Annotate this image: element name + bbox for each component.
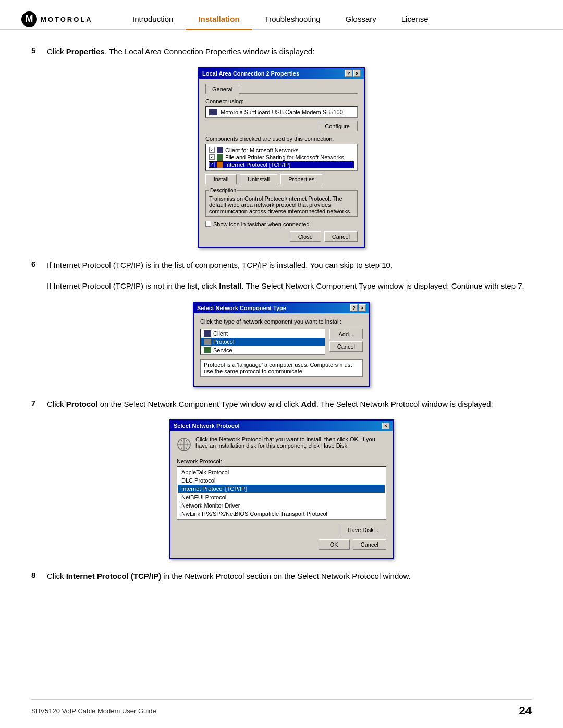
footer-page-number: 24 — [519, 704, 532, 718]
snc-body: Click the type of network component you … — [194, 313, 369, 386]
main-content: 5 Click Properties. The Local Area Conne… — [0, 30, 563, 613]
snc-add-button[interactable]: Add... — [329, 329, 363, 339]
components-label: Components checked are used by this conn… — [205, 135, 358, 142]
step-6b-block: If Internet Protocol (TCP/IP) is not in … — [47, 280, 532, 292]
snp-nwlink[interactable]: NwLink IPX/SPX/NetBIOS Compatible Transp… — [178, 510, 385, 518]
component-checkbox-0[interactable]: ✓ — [209, 147, 215, 153]
component-icon-1 — [217, 154, 223, 161]
install-button[interactable]: Install — [205, 174, 237, 184]
description-text: Transmission Control Protocol/Internet P… — [209, 195, 351, 214]
dialog-titlebar: Local Area Connection 2 Properties ? × — [199, 68, 364, 79]
step-8-number: 8 — [31, 571, 42, 579]
minimize-button[interactable]: ? — [345, 70, 352, 77]
snc-instruction: Click the type of network component you … — [200, 318, 363, 325]
close-button[interactable]: × — [353, 70, 361, 77]
snp-protocol-label: Network Protocol: — [177, 458, 386, 464]
description-label: Description — [209, 188, 237, 193]
step-5: 5 Click Properties. The Local Area Conne… — [31, 46, 532, 58]
component-icon-0 — [217, 147, 223, 153]
snc-item-protocol[interactable]: Protocol — [201, 338, 325, 346]
tab-installation[interactable]: Installation — [186, 9, 252, 30]
snp-protocol-list: AppleTalk Protocol DLC Protocol Internet… — [177, 466, 386, 520]
snc-main-row: Client Protocol Service — [200, 329, 363, 359]
snp-have-disk-button[interactable]: Have Disk... — [340, 525, 386, 535]
snp-titlebar: Select Network Protocol × — [170, 421, 393, 431]
screenshot-local-area-connection: Local Area Connection 2 Properties ? × G… — [31, 67, 532, 248]
snc-close-btn[interactable]: × — [359, 304, 366, 311]
snc-help-btn[interactable]: ? — [350, 304, 358, 311]
taskbar-checkbox-row: Show icon in taskbar when connected — [205, 221, 358, 227]
logo-text: MOTOROLA — [41, 16, 93, 23]
step-5-text: Click Properties. The Local Area Connect… — [47, 46, 314, 58]
network-icon — [177, 437, 191, 452]
device-name: Motorola SurfBoard USB Cable Modem SB510… — [221, 109, 343, 115]
snp-cancel-button[interactable]: Cancel — [353, 539, 386, 550]
snp-netbeui[interactable]: NetBEUI Protocol — [178, 493, 385, 501]
snc-titlebar: Select Network Component Type ? × — [194, 303, 369, 313]
bottom-buttons: Install Uninstall Properties — [205, 174, 358, 184]
uninstall-button[interactable]: Uninstall — [240, 174, 277, 184]
snp-titlebar-buttons: × — [382, 423, 389, 429]
snc-titlebar-buttons: ? × — [350, 304, 366, 311]
close-button-bottom[interactable]: Close — [290, 231, 321, 242]
step-8: 8 Click Internet Protocol (TCP/IP) in th… — [31, 571, 532, 583]
snp-tcpip[interactable]: Internet Protocol [TCP/IP] — [178, 485, 385, 493]
snc-description: Protocol is a 'language' a computer uses… — [200, 359, 363, 377]
snc-item-service[interactable]: Service — [201, 346, 325, 354]
tab-bar: General — [205, 84, 358, 94]
snc-list: Client Protocol Service — [200, 329, 325, 355]
close-row: Close Cancel — [205, 231, 358, 242]
snp-bottom-buttons: OK Cancel — [177, 539, 386, 550]
component-client: ✓ Client for Microsoft Networks — [209, 146, 354, 154]
configure-button[interactable]: Configure — [317, 121, 358, 131]
snc-protocol-label: Protocol — [213, 339, 234, 345]
snp-netmon[interactable]: Network Monitor Driver — [178, 501, 385, 510]
step-8-text: Click Internet Protocol (TCP/IP) in the … — [47, 571, 411, 583]
local-area-connection-dialog: Local Area Connection 2 Properties ? × G… — [198, 67, 365, 248]
snp-close-btn[interactable]: × — [382, 423, 389, 429]
connect-using-label: Connect using: — [205, 98, 358, 104]
cancel-button-bottom[interactable]: Cancel — [324, 231, 358, 242]
tab-glossary[interactable]: Glossary — [333, 9, 389, 30]
snc-protocol-icon — [204, 339, 211, 345]
snp-dlc[interactable]: DLC Protocol — [178, 476, 385, 485]
tab-introduction[interactable]: Introduction — [120, 9, 186, 30]
component-label-1: File and Printer Sharing for Microsoft N… — [225, 154, 344, 161]
tab-troubleshooting[interactable]: Troubleshooting — [252, 9, 333, 30]
step-7-number: 7 — [31, 399, 42, 408]
screenshot-select-network-component: Select Network Component Type ? × Click … — [31, 302, 532, 387]
nav-tabs: Introduction Installation Troubleshootin… — [120, 9, 542, 29]
dialog-body: General Connect using: Motorola SurfBoar… — [199, 79, 364, 247]
screenshot-select-network-protocol: Select Network Protocol × Click — [31, 419, 532, 559]
description-box: Description Transmission Control Protoco… — [205, 188, 358, 217]
snp-appletalk[interactable]: AppleTalk Protocol — [178, 468, 385, 476]
step-6a-number: 6 — [31, 260, 42, 268]
components-list: ✓ Client for Microsoft Networks ✓ File a… — [205, 144, 358, 171]
header: M MOTOROLA Introduction Installation Tro… — [0, 0, 563, 30]
step-6a: 6 If Internet Protocol (TCP/IP) is in th… — [31, 260, 532, 272]
snp-icon-area — [177, 436, 191, 453]
snp-ok-button[interactable]: OK — [319, 539, 350, 550]
step-5-number: 5 — [31, 46, 42, 55]
component-file-sharing: ✓ File and Printer Sharing for Microsoft… — [209, 154, 354, 161]
component-checkbox-2[interactable]: ✓ — [209, 162, 215, 167]
select-network-protocol-dialog: Select Network Protocol × Click — [169, 419, 394, 559]
taskbar-checkbox[interactable] — [205, 221, 211, 227]
snp-header-row: Click the Network Protocol that you want… — [177, 436, 386, 453]
dialog-title: Local Area Connection 2 Properties — [202, 70, 299, 77]
step-6b-text: If Internet Protocol (TCP/IP) is not in … — [47, 281, 524, 290]
component-icon-2 — [217, 162, 223, 168]
snc-title: Select Network Component Type — [197, 305, 286, 311]
snc-item-client[interactable]: Client — [201, 329, 325, 338]
snc-service-label: Service — [213, 347, 232, 353]
properties-button[interactable]: Properties — [280, 174, 322, 184]
svg-text:M: M — [26, 14, 33, 24]
snc-cancel-button[interactable]: Cancel — [329, 341, 363, 352]
motorola-logo: M MOTOROLA — [21, 11, 93, 28]
component-label-0: Client for Microsoft Networks — [225, 147, 299, 153]
component-checkbox-1[interactable]: ✓ — [209, 154, 215, 160]
tab-license[interactable]: License — [389, 9, 441, 30]
general-tab[interactable]: General — [205, 84, 239, 94]
titlebar-buttons: ? × — [345, 70, 361, 77]
footer: SBV5120 VoIP Cable Modem User Guide 24 — [31, 699, 532, 718]
